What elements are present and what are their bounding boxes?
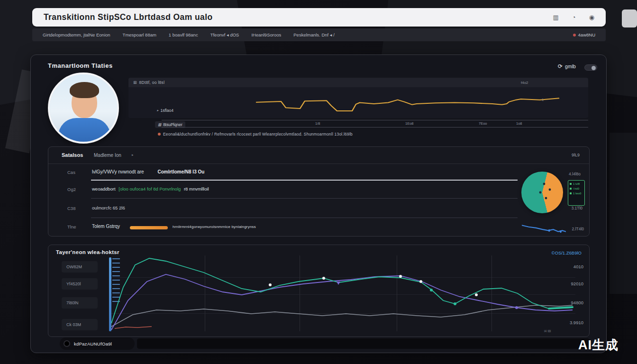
progress-bar	[130, 226, 168, 229]
sparkline-line	[522, 225, 566, 231]
table-row[interactable]: oulmorcfc 65 2l6	[92, 205, 125, 210]
sparkline-chart	[521, 223, 566, 234]
bullet-dot-icon	[158, 133, 161, 136]
summary-note-text: Eeonali&lduchuntfionfnkv / Refmovarls rl…	[163, 132, 353, 136]
table-subtitle[interactable]: Madleme Ion	[94, 153, 121, 158]
trend-line	[256, 98, 559, 111]
pie-chart	[521, 172, 563, 213]
row-divider	[91, 198, 518, 199]
theme-toggle[interactable]	[584, 64, 597, 71]
table-header-value: 9lL9	[572, 153, 580, 157]
table-row[interactable]: Tolem Gstrqy	[92, 224, 120, 229]
row-divider	[91, 180, 518, 181]
trend-chart	[128, 87, 588, 118]
background-shape	[610, 133, 637, 294]
data-point-dots-purple	[515, 306, 518, 309]
legend-item: 1 lvl8	[570, 182, 583, 185]
nav-item-4[interactable]: IHeanl9Soroos	[251, 32, 281, 37]
row-note: hrnllrmrnl4gorwyomurolsnmrnlce bynlalngr…	[173, 225, 256, 229]
timeseries-link[interactable]: ©OS/1.Z6B9lO	[552, 250, 582, 255]
nav-item-1[interactable]: Tmespoarl 88am	[123, 32, 156, 37]
legend-label: 1 lwo0	[573, 192, 581, 195]
x-tick-label: 1Eo8	[405, 121, 414, 126]
row-text: oulmorcfc 65 2l6	[92, 205, 125, 210]
row-value: 2.lT4l0	[572, 227, 584, 231]
nav-status-label: 4aw8NU	[578, 32, 595, 37]
trend-chart-value: f4o2	[521, 81, 528, 85]
row-key: C38	[67, 206, 75, 211]
table-row[interactable]: lvlGy/VWVy nvwnodt are Comlrtlome/N8 I3 …	[92, 169, 204, 174]
app-root: Transkitionn StipSCo Lbrtdasd Oam ualo ▥…	[0, 0, 637, 364]
right-axis-value: 4010	[555, 264, 583, 269]
row-key: Og2	[67, 187, 76, 192]
row-text: Tolem Gstrqy	[92, 224, 120, 229]
row-text: weoaddbort	[92, 186, 116, 191]
nav-status[interactable]: 4aw8NU	[573, 32, 595, 37]
legend-label: 1 lvl8	[573, 182, 580, 185]
legend-chip-icon	[570, 188, 572, 190]
y-axis-label: 7l80lN	[62, 297, 98, 309]
legend-item: 1 lwo0	[570, 192, 583, 195]
summary-note: Eeonali&lduchuntfionfnkv / Refmovarls rl…	[158, 132, 353, 136]
x-axis-line	[162, 127, 588, 127]
series-line-gray	[111, 305, 573, 327]
nav-item-5[interactable]: Peskelmanls. Dnf ◂ /	[293, 32, 335, 37]
refresh-button[interactable]: ⟳ gmlb	[558, 63, 576, 70]
series-line-red	[115, 327, 152, 328]
avatar[interactable]	[48, 73, 119, 144]
refresh-label: gmlb	[565, 64, 576, 69]
chart-side-label: ▸ 1sflao4	[157, 108, 173, 113]
user-icon[interactable]: ◉	[589, 14, 594, 21]
row-value: 3.1Tl0	[571, 206, 582, 210]
trend-chart-header: ⊞ 8Dt8f, oo l8sl f4o2	[128, 78, 588, 87]
watermark: AI生成	[578, 337, 619, 354]
row-text: lvlGy/VWVy nvwnodt are	[92, 169, 144, 174]
avatar-body	[58, 118, 110, 144]
right-axis-value: 94800	[555, 300, 583, 305]
timeseries-card: Tayer'neon wlea-hoktsr ©OS/1.Z6B9lO OW82…	[48, 245, 590, 337]
footer-bar	[137, 338, 590, 349]
table-row[interactable]: weoaddbort [oloo oufoca4 fof 8d Ponvrlno…	[92, 186, 209, 191]
table-title: Satalsos	[62, 152, 83, 158]
row-text-strong: Comlrtlome/N8 I3 Ou	[157, 169, 204, 174]
titlebar-actions: ▥ ◔ ◉	[553, 14, 595, 21]
alert-dot-icon	[573, 34, 576, 36]
grid-small-icon: ⊞	[158, 122, 161, 127]
row-key: Tlne	[67, 224, 76, 229]
panel-title: Tmanartloom Tlaties	[48, 62, 113, 69]
main-nav: Girtdelopmodtemm, jtalNe Eonion Tmespoar…	[32, 28, 606, 41]
y-axis-label: Ck 03M	[62, 319, 98, 330]
footer-chip[interactable]: kdPazAUNUfOa9l	[60, 337, 135, 350]
marker-triangle-icon	[337, 282, 340, 285]
x-tick-label: 1o8	[516, 121, 522, 126]
dashboard-panel: Tmanartloom Tlaties ⟳ gmlb ⊞ 8Dt8f, oo l…	[30, 55, 607, 353]
chart-side-label-text: 1sflao4	[161, 108, 173, 113]
series-line-teal-tail	[549, 307, 573, 309]
window-corner	[622, 9, 637, 27]
data-point-dots-white	[269, 275, 478, 296]
x-axis-line	[162, 120, 588, 120]
pie-legend: 1 lvl8 l lrd0 1 lwo0	[568, 180, 585, 206]
series-line-purple	[111, 274, 573, 330]
nav-item-0[interactable]: Girtdelopmodtemm, jtalNe Eonion	[43, 32, 110, 37]
page-title: Transkitionn StipSCo Lbrtdasd Oam ualo	[44, 12, 212, 22]
trend-chart-card: ⊞ 8Dt8f, oo l8sl f4o2 1	[128, 78, 588, 118]
clock-icon[interactable]: ◔	[572, 14, 576, 21]
row-text-green: [oloo oufoca4 fof 8d Ponvrlnolg	[118, 186, 181, 191]
chevron-right-icon: ▸	[132, 153, 134, 157]
row-value: 4.l4l8o	[569, 172, 581, 176]
stats-table-card: Satalsos Madleme Ion ▸ 9lL9 Cas lvlGy/VW…	[48, 146, 590, 237]
nav-item-3[interactable]: Tfeonvf ◂ dOS	[210, 32, 239, 37]
timeseries-title: Tayer'neon wlea-hoktsr	[56, 249, 119, 255]
row-text: r8 mnvmllloil	[184, 186, 209, 191]
nav-item-2[interactable]: 1 boavlf 98anc	[169, 32, 198, 37]
pie-dots	[521, 172, 563, 213]
table-header: Satalsos Madleme Ion ▸ 9lL9	[48, 147, 589, 164]
triangle-icon: ▸	[157, 109, 159, 112]
x-tick-label: 7Eoo	[479, 121, 487, 126]
grid-icon[interactable]: ▥	[553, 14, 559, 21]
y-axis-label: OW82M	[62, 261, 98, 273]
row-divider	[91, 218, 518, 218]
trend-chart-mark: 1	[542, 98, 544, 102]
window-titlebar: Transkitionn StipSCo Lbrtdasd Oam ualo ▥…	[32, 8, 606, 27]
